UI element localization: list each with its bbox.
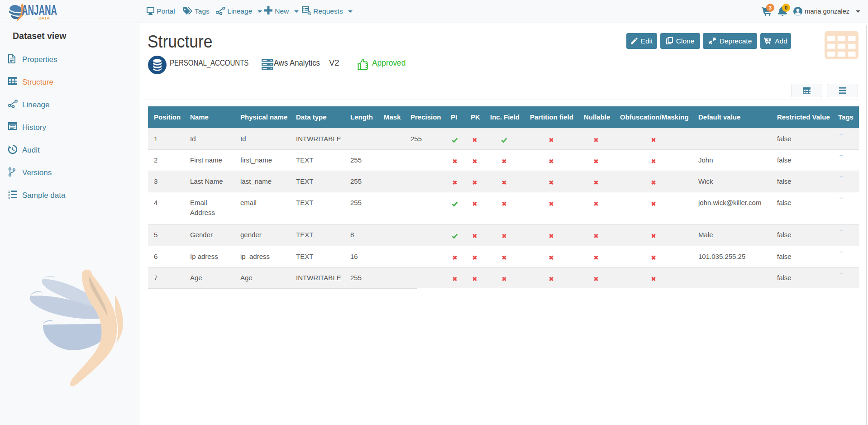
svg-text:DATA: DATA <box>38 15 50 20</box>
svg-text:1: 1 <box>8 190 10 193</box>
svg-text:3: 3 <box>8 196 10 199</box>
svg-text:2: 2 <box>8 193 10 196</box>
